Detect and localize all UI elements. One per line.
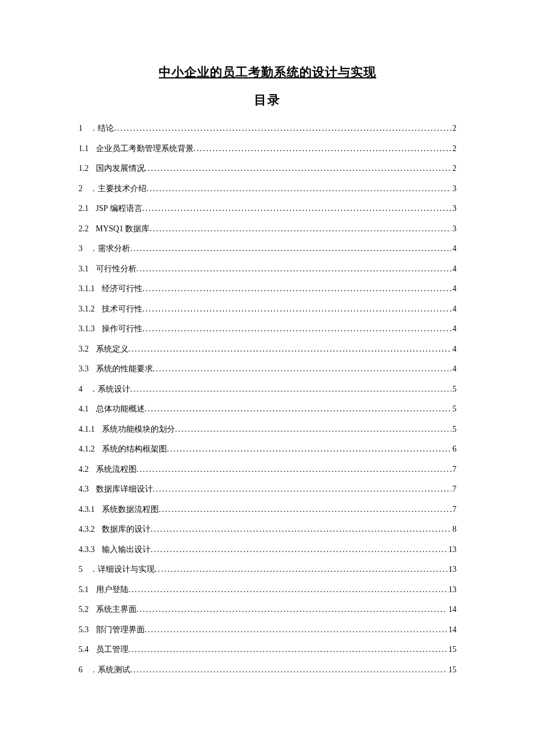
- toc-entry: 2．主要技术介绍3: [79, 185, 456, 193]
- toc-entry-page: 7: [451, 506, 456, 514]
- toc-entry-leader: [147, 185, 451, 193]
- toc-entry-page: 7: [451, 465, 456, 474]
- toc-entry-leader: [151, 525, 451, 533]
- toc-entry-leader: [114, 124, 451, 132]
- toc-entry-number: 3: [79, 245, 83, 253]
- toc-entry-text: 输入输出设计: [102, 546, 151, 554]
- toc-entry-leader: [129, 646, 448, 654]
- toc-entry: 4.1总体功能概述5: [79, 405, 456, 413]
- toc-entry-text: 数据库详细设计: [96, 485, 153, 493]
- toc-entry-number: 4.2: [79, 465, 89, 474]
- toc-entry: 3.1.2技术可行性4: [79, 305, 456, 313]
- toc-entry-page: 2: [451, 145, 456, 153]
- toc-entry-number: 2: [79, 185, 83, 193]
- toc-entry: 3.1.1经济可行性4: [79, 285, 456, 293]
- toc-entry-leader: [175, 425, 451, 433]
- toc-entry-text: ．系统设计: [90, 385, 130, 393]
- toc-entry-text: 系统的性能要求: [96, 365, 153, 373]
- toc-entry: 4.2系统流程图7: [79, 465, 456, 474]
- toc-list: 1．结论21.1企业员工考勤管理系统背景21.2国内发展情况22．主要技术介绍3…: [79, 124, 456, 674]
- toc-entry: 4.3数据库详细设计7: [79, 485, 456, 493]
- toc-entry-leader: [194, 145, 452, 153]
- toc-entry-number: 2.1: [79, 205, 89, 213]
- toc-entry: 5.4员工管理15: [79, 646, 456, 654]
- toc-entry-leader: [145, 405, 452, 413]
- toc-entry-text: 系统功能模块的划分: [102, 425, 175, 433]
- toc-entry-text: 国内发展情况: [96, 164, 145, 173]
- toc-entry-leader: [153, 365, 452, 373]
- toc-entry-leader: [142, 305, 451, 313]
- toc-entry-leader: [130, 385, 451, 393]
- toc-entry-text: 总体功能概述: [96, 405, 145, 413]
- toc-entry-text: 部门管理界面: [96, 626, 145, 634]
- toc-entry-number: 1.2: [79, 164, 89, 173]
- toc-entry-number: 2.2: [79, 225, 89, 233]
- toc-entry: 1.2国内发展情况2: [79, 164, 456, 173]
- toc-entry: 5.1用户登陆13: [79, 586, 456, 594]
- toc-entry-number: 3.1.1: [79, 285, 95, 293]
- toc-entry-text: 企业员工考勤管理系统背景: [96, 145, 194, 153]
- toc-entry-number: 3.1: [79, 265, 89, 273]
- toc-entry-leader: [129, 586, 448, 594]
- toc-entry-leader: [142, 285, 451, 293]
- toc-entry-text: JSP 编程语言: [96, 205, 142, 213]
- toc-entry-text: 用户登陆: [96, 586, 129, 594]
- toc-entry-number: 4.3: [79, 485, 89, 493]
- toc-entry-page: 5: [451, 405, 456, 413]
- toc-entry: 3．需求分析4: [79, 245, 456, 253]
- toc-entry: 5.2系统主界面14: [79, 605, 456, 614]
- toc-entry-number: 4.1.1: [79, 425, 95, 433]
- toc-entry: 3.3系统的性能要求4: [79, 365, 456, 373]
- toc-entry-leader: [137, 465, 452, 474]
- toc-entry-text: ．需求分析: [90, 245, 130, 253]
- toc-entry-number: 3.3: [79, 365, 89, 373]
- toc-entry-page: 4: [451, 305, 456, 313]
- toc-entry: 6．系统测试15: [79, 666, 456, 674]
- toc-entry-page: 4: [451, 285, 456, 293]
- toc-entry: 3.1可行性分析4: [79, 265, 456, 273]
- toc-entry-text: 经济可行性: [102, 285, 142, 293]
- toc-heading: 目录: [79, 92, 456, 108]
- toc-entry: 5.3部门管理界面14: [79, 626, 456, 634]
- toc-entry: 2.2MYSQ1 数据库3: [79, 225, 456, 233]
- toc-entry-text: ．主要技术介绍: [90, 185, 147, 193]
- toc-entry-number: 4.3.3: [79, 546, 95, 554]
- toc-entry-page: 6: [451, 445, 456, 453]
- toc-entry-page: 4: [451, 325, 456, 333]
- toc-entry-page: 4: [451, 245, 456, 253]
- toc-entry-leader: [137, 605, 448, 614]
- toc-entry-number: 4.1: [79, 405, 89, 413]
- toc-entry-page: 4: [451, 365, 456, 373]
- document-title: 中小企业的员工考勤系统的设计与实现: [79, 64, 456, 80]
- toc-entry-number: 5: [79, 565, 83, 574]
- toc-entry-text: 可行性分析: [96, 265, 137, 273]
- toc-entry-leader: [130, 245, 451, 253]
- toc-entry-page: 14: [447, 605, 456, 614]
- toc-entry-page: 13: [447, 586, 456, 594]
- toc-entry: 1.1企业员工考勤管理系统背景2: [79, 145, 456, 153]
- toc-entry-number: 5.3: [79, 626, 89, 634]
- toc-entry-page: 15: [447, 666, 456, 674]
- toc-entry-text: 技术可行性: [102, 305, 142, 313]
- toc-entry-text: 系统流程图: [96, 465, 137, 474]
- toc-entry-leader: [167, 445, 451, 453]
- toc-entry: 4.1.2系统的结构框架图6: [79, 445, 456, 453]
- toc-entry-page: 2: [451, 124, 456, 132]
- toc-entry: 4．系统设计5: [79, 385, 456, 393]
- toc-entry-page: 13: [447, 546, 456, 554]
- toc-entry-leader: [130, 666, 447, 674]
- toc-entry-page: 7: [451, 485, 456, 493]
- toc-entry-text: 数据库的设计: [102, 525, 151, 533]
- toc-entry-number: 4.1.2: [79, 445, 95, 453]
- toc-entry-number: 3.1.2: [79, 305, 95, 313]
- toc-entry-text: 操作可行性: [102, 325, 142, 333]
- toc-entry-page: 13: [447, 565, 456, 574]
- toc-entry: 1．结论2: [79, 124, 456, 132]
- toc-entry-text: 系统主界面: [96, 605, 137, 614]
- toc-entry-page: 15: [447, 646, 456, 654]
- toc-entry-number: 4.3.2: [79, 525, 95, 533]
- toc-entry-number: 3.2: [79, 345, 89, 353]
- toc-entry-text: ．详细设计与实现: [90, 565, 155, 574]
- toc-entry-text: ．系统测试: [90, 666, 130, 674]
- toc-entry-page: 4: [451, 265, 456, 273]
